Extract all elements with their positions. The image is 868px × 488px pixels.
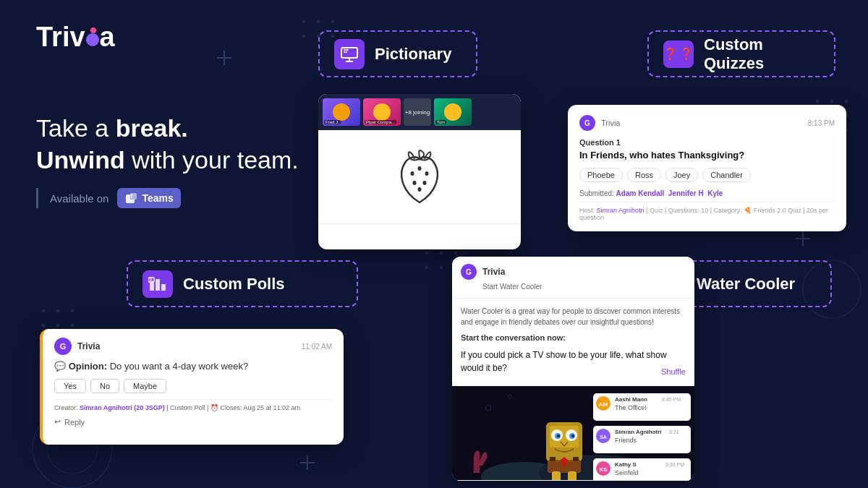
poll-footer: Creator: Simran Agnihotri (20 JSGP) | Cu… (54, 399, 332, 411)
wc-logo: G (461, 264, 477, 280)
quiz-submitter-adam: Adam Kendall (616, 189, 665, 197)
quiz-logo: G (579, 115, 595, 131)
wc-body: Water Cooler is a great way for people t… (452, 299, 694, 386)
poll-card-header: G Trivia 11:02 AM (54, 338, 332, 355)
logo-icon (86, 29, 99, 46)
quizzes-section-label: ❓ ❓ Custom Quizzes (647, 30, 835, 77)
svg-point-25 (440, 266, 443, 270)
wc-subtitle: Start Water Cooler (482, 283, 686, 291)
svg-point-0 (302, 20, 306, 24)
svg-text:Seinfeld: Seinfeld (615, 469, 639, 476)
hero-line2: Unwind with your team. (36, 144, 299, 176)
svg-text:8:21: 8:21 (669, 429, 679, 435)
pictionary-icon (334, 39, 365, 69)
quiz-submitted: Submitted: Adam Kendall Jennifer H Kyle (579, 189, 835, 197)
quizzes-icon: ❓ ❓ (663, 40, 694, 68)
svg-rect-40 (341, 48, 357, 58)
available-on-section: Available on T Teams (36, 188, 181, 208)
video-thumb-2: Piper Compa... (363, 98, 401, 126)
video-thumb-3: +8 joining (404, 98, 431, 126)
logo: Triv a (36, 22, 115, 53)
polls-title: Custom Polls (183, 275, 285, 294)
svg-point-6 (816, 100, 820, 103)
svg-point-23 (454, 252, 458, 255)
video-row: Fred J. Piper Compa... +8 joining Tom (318, 94, 521, 130)
strawberry-drawing (387, 141, 452, 213)
wc-question: If you could pick a TV show to be your l… (461, 348, 686, 374)
reply-arrow-icon: ↩ (54, 417, 61, 427)
quiz-card: G Trivia 8:13 PM Question 1 In Friends, … (568, 105, 846, 231)
svg-point-45 (411, 171, 414, 176)
quiz-option-ross[interactable]: Ross (627, 168, 661, 182)
available-label: Available on (50, 192, 109, 205)
poll-option-yes[interactable]: Yes (54, 379, 86, 393)
quiz-host-info: Host: Simran Agnihotri | Quiz | Question… (579, 202, 835, 221)
quiz-option-joey[interactable]: Joey (665, 168, 698, 182)
hero-section: Take a break. Unwind with your team. (36, 112, 299, 176)
quiz-option-phoebe[interactable]: Phoebe (579, 168, 623, 182)
wc-question-row: If you could pick a TV show to be your l… (461, 348, 686, 374)
quiz-submitter-kyle: Kyle (707, 189, 723, 197)
svg-point-1 (317, 20, 320, 24)
svg-point-18 (42, 324, 46, 328)
svg-point-73 (571, 435, 574, 437)
svg-point-16 (56, 309, 60, 313)
watercooler-title: Water Cooler (697, 275, 795, 294)
poll-logo: G (54, 338, 72, 355)
svg-rect-54 (148, 278, 154, 282)
poll-options: Yes No Maybe (54, 379, 332, 393)
wc-header: G Trivia Start Water Cooler (452, 257, 694, 299)
polls-section-label: Custom Polls (127, 260, 358, 307)
svg-text:KS: KS (599, 466, 608, 473)
poll-option-no[interactable]: No (90, 379, 119, 393)
quizzes-title: Custom Quizzes (704, 35, 820, 73)
spongebob-character (546, 422, 582, 480)
wc-footer: Go Back Start (452, 480, 694, 481)
svg-text:Aashi Mann: Aashi Mann (615, 396, 647, 403)
teams-icon: T (124, 191, 139, 205)
svg-text:Friends: Friends (615, 437, 637, 444)
svg-point-48 (413, 181, 417, 185)
easel-icon (340, 46, 359, 62)
svg-point-2 (331, 20, 335, 24)
poll-icon (148, 276, 167, 292)
svg-point-72 (557, 435, 560, 437)
wc-app-name: Trivia (482, 267, 505, 277)
svg-point-46 (418, 166, 422, 171)
quiz-host-name: Simran Agnihotri (597, 207, 644, 214)
video-thumb-1: Fred J. (323, 98, 360, 126)
svg-point-20 (71, 324, 75, 328)
quiz-option-chandler[interactable]: Chandler (702, 168, 751, 182)
poll-card: G Trivia 11:02 AM 💬 Opinion: Do you want… (40, 329, 344, 445)
video-thumb-4: Tom (434, 98, 472, 126)
svg-rect-53 (161, 284, 166, 291)
svg-point-24 (425, 266, 429, 270)
poll-creator: Simran Agnihotri (20 JSGP) (80, 404, 165, 411)
svg-rect-52 (156, 279, 160, 291)
poll-question: 💬 Opinion: Do you want a 4-day work week… (54, 361, 332, 372)
svg-point-21 (425, 252, 429, 255)
svg-point-50 (418, 187, 422, 192)
svg-point-8 (845, 100, 848, 103)
wc-description: Water Cooler is a great way for people t… (461, 306, 686, 328)
poll-question-type: Opinion: (69, 361, 107, 372)
svg-point-15 (42, 309, 46, 313)
wc-scene-svg: AM Aashi Mann 8:45 PM The Office! SA Sim… (452, 386, 694, 480)
quiz-question-text: In Friends, who hates Thanksgiving? (579, 150, 835, 160)
svg-point-47 (425, 171, 429, 176)
poll-reply[interactable]: ↩ Reply (54, 417, 332, 427)
svg-text:The Office!: The Office! (615, 404, 647, 411)
svg-text:9:30 PM: 9:30 PM (665, 462, 684, 467)
wc-chat-overlay: AM Aashi Mann 8:45 PM The Office! SA Sim… (593, 393, 691, 480)
logo-text: Triv (36, 22, 85, 53)
svg-point-3 (302, 35, 306, 38)
quiz-options: Phoebe Ross Joey Chandler (579, 168, 835, 182)
svg-rect-78 (568, 471, 576, 480)
wc-image-area: AM Aashi Mann 8:45 PM The Office! SA Sim… (452, 386, 694, 480)
poll-question-text: Do you want a 4-day work week? (110, 361, 248, 372)
poll-option-maybe[interactable]: Maybe (124, 379, 166, 393)
svg-point-22 (440, 252, 443, 255)
shuffle-button[interactable]: Shuffle (661, 366, 686, 378)
quiz-submitter-jennifer: Jennifer H (668, 189, 704, 197)
poll-time: 11:02 AM (302, 343, 332, 351)
